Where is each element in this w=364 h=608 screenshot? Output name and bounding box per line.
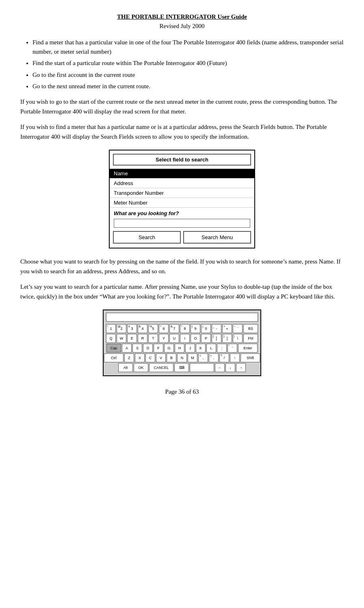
keyboard-row-2: Q W E R T Y U I O P {[ }] |\ FM: [106, 334, 258, 343]
key-e[interactable]: E: [127, 334, 137, 343]
key-u[interactable]: U: [169, 334, 179, 343]
key-3[interactable]: #3: [127, 324, 137, 333]
key-backspace[interactable]: BS: [243, 324, 258, 333]
key-semicolon[interactable]: :;: [217, 344, 227, 353]
key-m[interactable]: M: [188, 353, 197, 362]
key-fm[interactable]: FM: [243, 334, 258, 343]
key-shift[interactable]: Shift: [240, 353, 260, 362]
doc-subtitle: Revised July 2000: [160, 23, 205, 29]
key-p[interactable]: P: [201, 334, 211, 343]
key-9[interactable]: (9: [191, 324, 200, 333]
key-i[interactable]: I: [180, 334, 190, 343]
keyboard-row-1: !1 @2 #3 $4 %5 ^6 &7 *8 (9 )0 _- += ~` B…: [106, 324, 258, 333]
key-period[interactable]: >.: [209, 353, 219, 362]
search-fields-screenshot: Select field to search Name Address Tran…: [20, 150, 344, 248]
search-option-transponder: Transponder Number: [110, 188, 254, 198]
key-c[interactable]: C: [145, 353, 155, 362]
key-s[interactable]: S: [132, 344, 142, 353]
key-l[interactable]: L: [206, 344, 216, 353]
bullet-3: Go to the first account in the current r…: [32, 70, 344, 80]
key-r[interactable]: R: [138, 334, 147, 343]
key-ok[interactable]: OK: [134, 363, 148, 372]
doc-title: THE PORTABLE INTERROGATOR User Guide: [117, 13, 247, 20]
key-b[interactable]: B: [167, 353, 176, 362]
key-x[interactable]: X: [135, 353, 145, 362]
search-fields-screen: Select field to search Name Address Tran…: [109, 150, 255, 248]
bullet-2: Find the start of a particular route wit…: [32, 59, 344, 68]
key-keyboard-icon[interactable]: ⌨: [174, 363, 189, 372]
key-quote[interactable]: "': [228, 344, 237, 353]
key-lbracket[interactable]: {[: [212, 334, 221, 343]
key-k[interactable]: K: [196, 344, 206, 353]
key-g[interactable]: G: [164, 344, 174, 353]
key-backslash[interactable]: |\: [233, 334, 243, 343]
key-down-arrow[interactable]: ↓: [225, 363, 235, 372]
key-6[interactable]: ^6: [159, 324, 169, 333]
key-left-arrow[interactable]: ←: [215, 363, 225, 372]
key-5[interactable]: %5: [148, 324, 158, 333]
key-slash[interactable]: ?/: [219, 353, 229, 362]
key-spacebar[interactable]: [190, 363, 214, 372]
key-right-arrow[interactable]: →: [236, 363, 246, 372]
key-alt[interactable]: Alt: [118, 363, 133, 372]
key-4[interactable]: $4: [138, 324, 147, 333]
bullet-list: Find a meter that has a particular value…: [32, 38, 344, 91]
key-1[interactable]: !1: [106, 324, 116, 333]
paragraph-3: Choose what you want to search for by pr…: [20, 257, 344, 276]
key-cancel[interactable]: CANCEL: [149, 363, 173, 372]
key-a[interactable]: A: [122, 344, 132, 353]
key-w[interactable]: W: [117, 334, 126, 343]
key-8[interactable]: *8: [180, 324, 190, 333]
key-rbracket[interactable]: }]: [222, 334, 232, 343]
keyboard-row-3: Cap A S D F G H J K L :; "' Enter: [106, 344, 258, 353]
search-input-area: [114, 219, 250, 228]
search-option-name: Name: [110, 169, 254, 179]
key-tilde[interactable]: ~`: [233, 324, 243, 333]
key-equals[interactable]: +=: [222, 324, 232, 333]
key-7[interactable]: &7: [169, 324, 179, 333]
search-option-meter: Meter Number: [110, 198, 254, 208]
key-up-arrow[interactable]: ↑: [230, 353, 240, 362]
paragraph-4: Let’s say you want to search for a parti…: [20, 282, 344, 301]
key-n[interactable]: N: [177, 353, 187, 362]
search-button[interactable]: Search: [113, 231, 181, 244]
search-option-address: Address: [110, 179, 254, 188]
key-q[interactable]: Q: [106, 334, 116, 343]
key-h[interactable]: H: [175, 344, 184, 353]
paragraph-1: If you wish to go to the start of the cu…: [20, 97, 344, 116]
key-j[interactable]: J: [185, 344, 195, 353]
keyboard-text-input[interactable]: [106, 313, 258, 322]
search-menu-button[interactable]: Search Menu: [183, 231, 251, 244]
bullet-1: Find a meter that has a particular value…: [32, 38, 344, 56]
key-z[interactable]: Z: [124, 353, 134, 362]
key-o[interactable]: O: [191, 334, 200, 343]
key-0[interactable]: )0: [201, 324, 211, 333]
page-header: THE PORTABLE INTERROGATOR User Guide Rev…: [20, 12, 344, 31]
key-t[interactable]: T: [148, 334, 158, 343]
key-2[interactable]: @2: [117, 324, 126, 333]
keyboard-screen: !1 @2 #3 $4 %5 ^6 &7 *8 (9 )0 _- += ~` B…: [103, 309, 261, 376]
search-screen-title: Select field to search: [113, 154, 251, 166]
paragraph-2: If you wish to find a meter that has a p…: [20, 122, 344, 142]
key-enter[interactable]: Enter: [238, 344, 258, 353]
keyboard-row-5: Alt OK CANCEL ⌨ ← ↓ →: [106, 363, 258, 372]
key-d[interactable]: D: [143, 344, 153, 353]
key-comma[interactable]: <,: [198, 353, 208, 362]
key-ctrl[interactable]: Ctrl: [104, 353, 124, 362]
search-buttons: Search Search Menu: [113, 231, 251, 244]
page-number: Page 36 of 63: [165, 388, 199, 395]
keyboard-row-4: Ctrl Z X C V B N M <, >. ?/ ↑ Shift: [106, 353, 258, 362]
key-caps[interactable]: Cap: [106, 344, 121, 353]
key-v[interactable]: V: [156, 353, 166, 362]
keyboard-screenshot: !1 @2 #3 $4 %5 ^6 &7 *8 (9 )0 _- += ~` B…: [20, 309, 344, 376]
search-prompt: What are you looking for?: [110, 208, 254, 217]
key-minus[interactable]: _-: [212, 324, 221, 333]
key-y[interactable]: Y: [159, 334, 169, 343]
key-f[interactable]: F: [154, 344, 163, 353]
bullet-4: Go to the next unread meter in the curre…: [32, 82, 344, 91]
page-footer: Page 36 of 63: [20, 388, 344, 395]
